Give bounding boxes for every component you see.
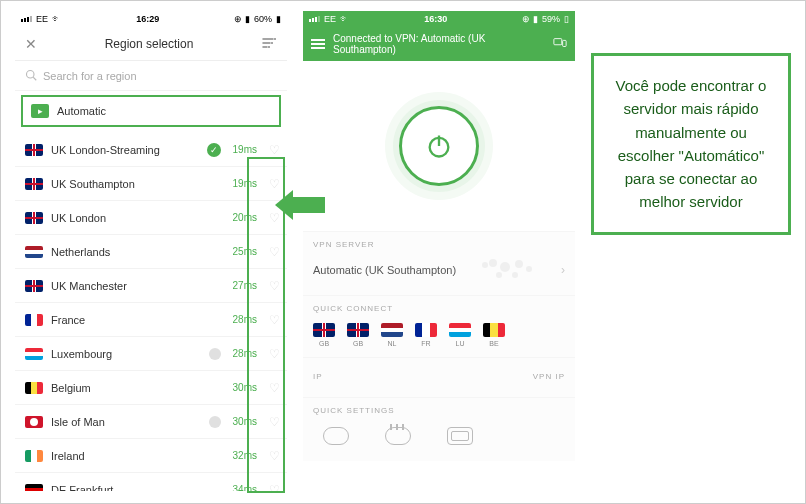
svg-point-1 — [271, 42, 273, 44]
flag-icon — [25, 178, 43, 190]
favorite-icon[interactable]: ♡ — [267, 415, 281, 429]
server-name: France — [51, 314, 221, 326]
quick-connect-item[interactable]: BE — [483, 323, 505, 347]
wifi-icon: ᯤ — [340, 14, 349, 24]
server-row[interactable]: DE Frankfurt34ms♡ — [15, 473, 287, 491]
clock: 16:30 — [424, 14, 447, 24]
flag-icon — [25, 212, 43, 224]
quick-connect-section: QUICK CONNECT GBGBNLFRLUBE — [303, 295, 575, 357]
ping-value: 30ms — [229, 382, 259, 393]
menu-icon[interactable] — [311, 39, 325, 49]
battery-percent: 60% — [254, 14, 272, 24]
flag-icon — [25, 416, 43, 428]
favorite-icon[interactable]: ♡ — [267, 347, 281, 361]
ping-value: 19ms — [229, 144, 259, 155]
svg-point-3 — [27, 70, 35, 78]
ip-section: IP VPN IP — [303, 357, 575, 397]
server-row[interactable]: UK London-Streaming✓19ms♡ — [15, 133, 287, 167]
server-row[interactable]: Luxembourg28ms♡ — [15, 337, 287, 371]
region-selection-screen: EE ᯤ 16:29 ⊕ ▮ 60% ▮ ✕ Region selection … — [15, 11, 287, 491]
favorite-icon[interactable]: ♡ — [267, 143, 281, 157]
section-title: QUICK CONNECT — [313, 304, 565, 313]
server-row[interactable]: Ireland32ms♡ — [15, 439, 287, 473]
server-name: Isle of Man — [51, 416, 201, 428]
settings-tile-icon[interactable] — [447, 427, 473, 445]
power-button[interactable] — [399, 106, 479, 186]
country-code: FR — [421, 340, 430, 347]
favorite-icon[interactable]: ♡ — [267, 279, 281, 293]
favorite-icon[interactable]: ♡ — [267, 245, 281, 259]
quick-connect-item[interactable]: FR — [415, 323, 437, 347]
svg-point-14 — [496, 272, 502, 278]
country-code: GB — [319, 340, 329, 347]
ping-value: 19ms — [229, 178, 259, 189]
server-row[interactable]: UK London20ms♡ — [15, 201, 287, 235]
server-row[interactable]: Isle of Man30ms♡ — [15, 405, 287, 439]
search-icon — [25, 69, 37, 83]
svg-point-0 — [274, 38, 276, 40]
clock: 16:29 — [136, 14, 159, 24]
favorite-icon[interactable]: ♡ — [267, 177, 281, 191]
world-map-icon — [475, 255, 543, 285]
flag-icon — [25, 246, 43, 258]
server-name: Luxembourg — [51, 348, 201, 360]
flag-icon — [25, 382, 43, 394]
killswitch-icon[interactable] — [323, 427, 349, 445]
vpn-main-screen: EE ᯤ 16:30 ⊕ ▮ 59% ▯ Connected to VPN: A… — [303, 11, 575, 491]
server-row[interactable]: France28ms♡ — [15, 303, 287, 337]
status-extra: ⊕ ▮ — [234, 14, 250, 24]
country-code: NL — [388, 340, 397, 347]
server-name: Netherlands — [51, 246, 221, 258]
connection-header: Connected to VPN: Automatic (UK Southamp… — [303, 27, 575, 61]
server-row[interactable]: UK Southampton19ms♡ — [15, 167, 287, 201]
server-row[interactable]: Belgium30ms♡ — [15, 371, 287, 405]
ip-label: IP — [313, 372, 323, 381]
section-title: QUICK SETTINGS — [313, 406, 565, 415]
quick-connect-item[interactable]: GB — [313, 323, 335, 347]
ping-value: 28ms — [229, 348, 259, 359]
search-input[interactable]: Search for a region — [15, 61, 287, 91]
status-bar: EE ᯤ 16:29 ⊕ ▮ 60% ▮ — [15, 11, 287, 27]
top-bar: ✕ Region selection — [15, 27, 287, 61]
server-row[interactable]: UK Manchester27ms♡ — [15, 269, 287, 303]
flag-icon — [381, 323, 403, 337]
quick-connect-item[interactable]: GB — [347, 323, 369, 347]
sort-icon[interactable] — [261, 35, 277, 53]
streaming-badge-icon — [209, 348, 221, 360]
favorite-icon[interactable]: ♡ — [267, 381, 281, 395]
search-placeholder: Search for a region — [43, 70, 137, 82]
server-name: DE Frankfurt — [51, 484, 221, 492]
chevron-right-icon: › — [561, 263, 565, 277]
section-title: VPN SERVER — [313, 240, 565, 249]
country-code: BE — [489, 340, 498, 347]
flag-icon — [25, 348, 43, 360]
server-name: Ireland — [51, 450, 221, 462]
flag-icon — [25, 450, 43, 462]
ping-value: 20ms — [229, 212, 259, 223]
network-icon[interactable] — [385, 427, 411, 445]
quick-connect-item[interactable]: NL — [381, 323, 403, 347]
favorite-icon[interactable]: ♡ — [267, 313, 281, 327]
automatic-icon: ▸ — [31, 104, 49, 118]
devices-icon[interactable] — [553, 36, 567, 52]
svg-point-10 — [489, 259, 497, 267]
automatic-label: Automatic — [57, 105, 106, 117]
flag-icon — [347, 323, 369, 337]
battery-percent: 59% — [542, 14, 560, 24]
close-icon[interactable]: ✕ — [25, 36, 37, 52]
carrier-label: EE — [324, 14, 336, 24]
annotation-callout: Você pode encontrar o servidor mais rápi… — [591, 53, 791, 235]
favorite-icon[interactable]: ♡ — [267, 449, 281, 463]
automatic-option[interactable]: ▸ Automatic — [21, 95, 281, 127]
streaming-badge-icon — [209, 416, 221, 428]
vpn-server-section[interactable]: VPN SERVER Automatic (UK Southampton) › — [303, 231, 575, 295]
favorite-icon[interactable]: ♡ — [267, 483, 281, 492]
flag-icon — [25, 280, 43, 292]
quick-settings-section: QUICK SETTINGS — [303, 397, 575, 461]
wifi-icon: ᯤ — [52, 14, 61, 24]
carrier-label: EE — [36, 14, 48, 24]
server-row[interactable]: Netherlands25ms♡ — [15, 235, 287, 269]
country-code: LU — [456, 340, 465, 347]
quick-connect-item[interactable]: LU — [449, 323, 471, 347]
status-bar: EE ᯤ 16:30 ⊕ ▮ 59% ▯ — [303, 11, 575, 27]
